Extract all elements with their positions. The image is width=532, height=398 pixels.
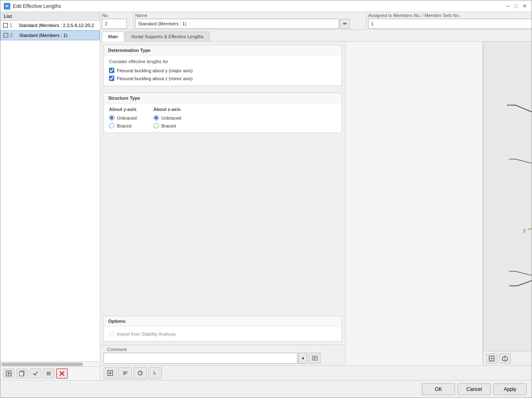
comment-action-button[interactable] <box>309 353 321 364</box>
dialog-footer: OK Cancel Apply <box>0 380 532 398</box>
view-3d-button-1[interactable] <box>486 354 497 364</box>
copy-list-item-button[interactable] <box>16 369 28 378</box>
y-braced-label: Braced <box>117 123 131 128</box>
comment-input-row: ▾ <box>104 353 342 364</box>
structure-type-header: Structure Type <box>104 93 341 103</box>
y-unbraced-label: Unbraced <box>117 115 137 120</box>
left-tab-content: Determination Type Consider effective le… <box>100 42 346 365</box>
name-edit-button[interactable]: ✏ <box>340 19 350 29</box>
3d-view: y z <box>483 42 532 351</box>
z-unbraced-radio[interactable] <box>153 115 159 120</box>
flex-z-checkbox[interactable] <box>109 76 114 81</box>
y-unbraced-row: Unbraced <box>109 114 137 121</box>
svg-line-30 <box>515 159 532 165</box>
app-icon: ✏ <box>4 3 10 10</box>
apply-button[interactable]: Apply <box>493 383 527 395</box>
comment-dropdown-button[interactable]: ▾ <box>298 353 307 364</box>
menu-list-button[interactable] <box>43 369 54 378</box>
bottom-btn-3[interactable]: ? <box>134 367 147 379</box>
svg-line-28 <box>515 105 532 115</box>
right-panel: y z <box>483 42 532 365</box>
window-title: Edit Effective Lengths <box>13 3 502 9</box>
list-items-wrap: 1 Standard (Members : 2,3,5-9,12-20,2 2 … <box>0 21 100 361</box>
assigned-input[interactable] <box>368 19 532 29</box>
assigned-cell: Assigned to Members No. / Member Sets No… <box>366 12 532 29</box>
left-panel: List 1 Standard (Members : 2,3,5-9,12-20… <box>0 12 100 380</box>
import-row: Import from Stability Analysis <box>109 330 337 338</box>
close-button[interactable]: ✕ <box>521 2 528 10</box>
main-content: List 1 Standard (Members : 2,3,5-9,12-20… <box>0 12 532 380</box>
svg-line-22 <box>515 105 532 115</box>
svg-text:λ: λ <box>153 370 156 376</box>
minimize-button[interactable]: ─ <box>504 2 512 10</box>
y-braced-radio[interactable] <box>109 123 114 128</box>
svg-rect-4 <box>20 372 23 376</box>
delete-list-item-button[interactable] <box>56 369 68 378</box>
list-icon-2 <box>3 33 8 38</box>
name-input-container: ✏ <box>135 19 364 29</box>
tab-main[interactable]: Main <box>102 32 124 42</box>
main-panel: No. Name ✏ Assigned to Members No. / Mem… <box>100 12 532 380</box>
determination-type-header: Determination Type <box>104 45 341 56</box>
axis-columns: About y-axis Unbraced Braced <box>109 107 337 129</box>
z-axis-col: About z-axis Unbraced Braced <box>153 107 181 129</box>
structure-type-section: Structure Type About y-axis Unbraced <box>104 93 342 133</box>
import-stability-checkbox[interactable] <box>109 331 114 337</box>
comment-input-wrap: ▾ <box>104 353 307 364</box>
assigned-input-container <box>368 19 532 29</box>
determination-type-content: Consider effective lengths for Flexural … <box>104 56 341 86</box>
bottom-btn-1[interactable] <box>104 367 117 379</box>
view-3d-button-2[interactable] <box>499 354 511 364</box>
title-bar: ✏ Edit Effective Lengths ─ □ ✕ <box>0 0 532 12</box>
flex-y-row: Flexural buckling about y (major axis) <box>109 66 337 74</box>
import-stability-label: Import from Stability Analysis <box>117 332 176 337</box>
flex-z-row: Flexural buckling about z (minor axis) <box>109 74 337 82</box>
list-item-selected[interactable]: 2 Standard (Members : 1) <box>0 30 100 40</box>
bottom-btn-2[interactable] <box>119 367 132 379</box>
options-section: Options Import from Stability Analysis <box>104 316 342 341</box>
list-bottom-toolbar <box>0 366 100 380</box>
svg-text:?: ? <box>139 370 142 376</box>
ok-button[interactable]: OK <box>422 383 455 395</box>
z-unbraced-row: Unbraced <box>153 114 181 121</box>
y-unbraced-radio[interactable] <box>109 115 114 120</box>
tabs: Main Nodal Supports & Effective Lengths <box>100 30 532 42</box>
svg-line-35 <box>528 221 532 230</box>
content-spacer <box>100 136 345 316</box>
flex-y-label: Flexural buckling about y (major axis) <box>117 68 193 73</box>
no-cell: No. <box>100 12 134 29</box>
bottom-toolbar: ? λ <box>100 365 532 380</box>
check-list-item-button[interactable] <box>30 369 41 378</box>
z-axis-label: About z-axis <box>153 107 181 112</box>
list-header: List <box>0 12 100 21</box>
comment-section: Comment ▾ <box>100 345 345 365</box>
window-controls: ─ □ ✕ <box>504 2 528 10</box>
z-braced-row: Braced <box>153 122 181 129</box>
tab-content-area: Determination Type Consider effective le… <box>100 42 532 365</box>
bottom-btn-4[interactable]: λ <box>148 367 162 379</box>
y-axis-col: About y-axis Unbraced Braced <box>109 107 137 129</box>
options-header: Options <box>104 316 341 327</box>
right-panel-toolbar <box>483 351 532 365</box>
new-list-item-button[interactable] <box>3 369 15 378</box>
consider-label: Consider effective lengths for <box>109 59 337 64</box>
cancel-button[interactable]: Cancel <box>458 383 491 395</box>
column-diagram: y z <box>495 93 532 300</box>
flex-y-checkbox[interactable] <box>109 68 114 73</box>
maximize-button[interactable]: □ <box>512 2 520 10</box>
main-window: ✏ Edit Effective Lengths ─ □ ✕ List 1 St… <box>0 0 532 398</box>
name-input[interactable] <box>135 19 339 29</box>
middle-content-area <box>346 42 483 365</box>
svg-line-45 <box>517 278 532 286</box>
list-scrollbar-area <box>0 361 100 366</box>
list-item[interactable]: 1 Standard (Members : 2,3,5-9,12-20,2 <box>0 21 100 30</box>
z-braced-radio[interactable] <box>153 123 159 128</box>
name-cell: Name ✏ <box>134 12 366 29</box>
svg-text:y: y <box>523 227 526 233</box>
comment-label: Comment <box>104 347 342 352</box>
flex-z-label: Flexural buckling about z (minor axis) <box>117 76 193 81</box>
comment-input[interactable] <box>104 353 297 364</box>
no-input[interactable] <box>102 19 127 29</box>
list-scrollbar[interactable] <box>1 363 83 366</box>
tab-nodal[interactable]: Nodal Supports & Effective Lengths <box>125 32 210 41</box>
